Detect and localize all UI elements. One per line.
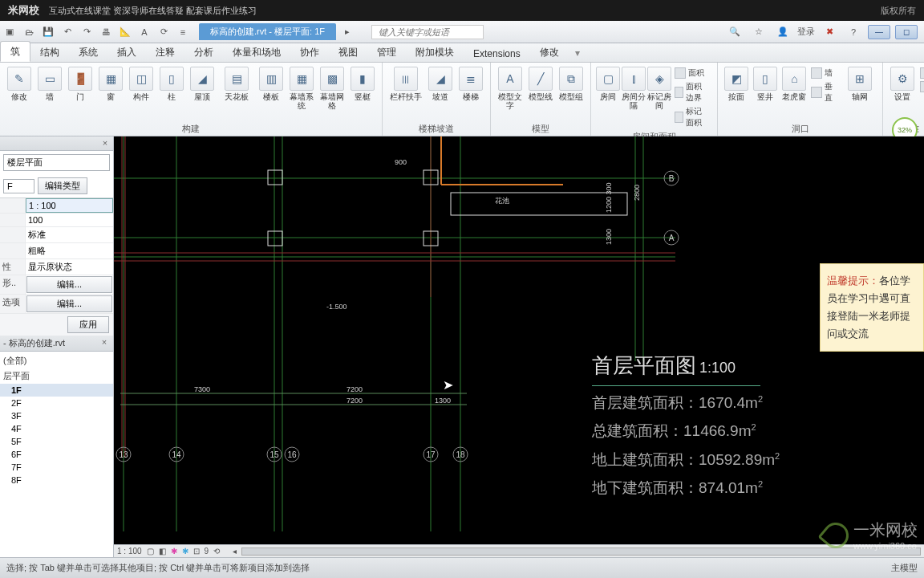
vc-icon[interactable]: 9 [205,547,209,556]
tab-analyze[interactable]: 分析 [184,43,223,62]
vc-icon[interactable]: ✱ [182,547,188,556]
panel-close-icon[interactable]: × [99,138,111,149]
open-icon[interactable]: 🗁 [21,24,37,40]
tab-structure[interactable]: 结构 [30,43,69,62]
tool-component[interactable]: ◫构件 [127,65,156,101]
close-x-icon[interactable]: ✖ [821,24,837,40]
mini-tag-area[interactable]: 标记 面积 [673,105,712,129]
mini-ref[interactable] [918,80,924,93]
tab-massing[interactable]: 体量和场地 [223,43,290,62]
document-tab[interactable]: 标高的创建.rvt - 楼层平面: 1F [199,23,336,40]
tool-window[interactable]: ▦窗 [96,65,125,101]
tool-shaft[interactable]: ▯竖井 [752,65,779,101]
tree-item-7f[interactable]: 7F [0,461,113,474]
mini-area-boundary[interactable]: 面积 边界 [673,80,712,104]
prop-edit-1[interactable]: 编辑... [26,276,112,293]
scroll-left-icon[interactable]: ◂ [233,547,237,556]
tree-item-6f[interactable]: 6F [0,448,113,461]
tool-dormer[interactable]: ⌂老虎窗 [780,65,808,101]
tool-roof[interactable]: ◢屋顶 [188,65,217,101]
search-input[interactable] [371,25,484,39]
prop-scale-val[interactable]: 100 [26,214,113,226]
tree-item-3f[interactable]: 3F [0,409,113,422]
minimize-button[interactable]: — [868,25,890,39]
tree-item-8f[interactable]: 8F [0,474,113,486]
tool-modify[interactable]: ✎修改 [5,65,34,101]
prop-edit-2[interactable]: 编辑... [26,295,112,312]
prop-rough[interactable]: 粗略 [26,243,113,258]
help-icon[interactable]: ? [845,24,861,40]
tool-settings[interactable]: ⚙设置 [888,65,917,101]
tab-annotate[interactable]: 注释 [146,43,184,62]
vc-icon[interactable]: ✱ [171,547,177,556]
tool-mullion[interactable]: ▮竖梃 [348,65,377,101]
project-browser[interactable]: (全部) 层平面 1F 2F 3F 4F 5F 6F 7F 8F [0,352,113,557]
tree-floor-plans[interactable]: 层平面 [0,368,113,384]
edit-type-button[interactable]: 编辑类型 [38,177,87,194]
mini-show[interactable] [918,67,924,79]
tree-item-5f[interactable]: 5F [0,435,113,448]
more-icon[interactable]: ≡ [175,24,191,40]
mini-vertical[interactable]: 垂直 [809,80,841,104]
mini-wall-opening[interactable]: 墙 [809,67,841,79]
tab-view[interactable]: 视图 [329,43,367,62]
hscrollbar[interactable] [241,547,921,556]
tool-ceiling[interactable]: ▤天花板 [218,65,255,101]
tool-byface[interactable]: ◩按面 [723,65,750,101]
prop-display[interactable]: 显示原状态 [26,259,113,275]
tool-floor[interactable]: ▥楼板 [257,65,286,101]
tool-ramp[interactable]: ◢坡道 [426,65,455,101]
tab-extensions[interactable]: Extensions [464,45,530,62]
tool-model-group[interactable]: ⧉模型组 [557,65,586,101]
drawing-canvas[interactable]: 7300 7200 7200 1300 900 2800 1200 300 13… [114,136,924,544]
user-icon[interactable]: 👤 [775,24,791,40]
tree-item-2f[interactable]: 2F [0,397,113,409]
tree-group-all[interactable]: (全部) [0,353,113,368]
prop-scale[interactable]: 1 : 100 [26,198,113,213]
tool-stair[interactable]: ≣楼梯 [456,65,485,101]
vc-icon[interactable]: ◧ [159,547,166,556]
login-link[interactable]: 登录 [797,26,815,38]
tree-item-4f[interactable]: 4F [0,422,113,435]
tab-architecture[interactable]: 筑 [0,41,30,62]
current-view-select[interactable]: F [3,179,34,193]
tab-systems[interactable]: 系统 [69,43,107,62]
tool-model-line[interactable]: ╱模型线 [526,65,555,101]
view-type-select[interactable]: 楼层平面 [3,154,110,171]
tool-room[interactable]: ▢房间 [596,65,620,101]
tab-manage[interactable]: 管理 [367,43,406,62]
vc-icon[interactable]: ⊡ [193,547,200,556]
sync-icon[interactable]: ⟳ [156,24,172,40]
text-icon[interactable]: A [136,24,152,40]
tool-door[interactable]: 🚪门 [66,65,95,101]
tool-curtain-grid[interactable]: ▩幕墙网格 [318,65,346,110]
tab-overflow-icon[interactable]: ▾ [569,44,586,62]
tool-grid[interactable]: ⊞轴网 [842,65,877,101]
tool-tag-room[interactable]: ◈标记房间 [647,65,671,110]
tool-curtain-system[interactable]: ▦幕墙系统 [287,65,316,110]
apply-button[interactable]: 应用 [67,316,109,333]
tab-collaborate[interactable]: 协作 [290,43,329,62]
tool-wall[interactable]: ▭墙 [35,65,64,101]
tab-addins[interactable]: 附加模块 [406,43,464,62]
measure-icon[interactable]: 📐 [117,24,133,40]
tab-modify[interactable]: 修改 [530,43,569,62]
tool-railing[interactable]: ⫼栏杆扶手 [387,65,424,101]
undo-icon[interactable]: ↶ [59,24,75,40]
browser-close-icon[interactable]: × [99,337,110,348]
star-icon[interactable]: ☆ [751,24,767,40]
tool-model-text[interactable]: A模型文字 [496,65,525,110]
tool-room-sep[interactable]: ⫿房间分隔 [622,65,646,110]
print-icon[interactable]: 🖶 [98,24,114,40]
tree-item-1f[interactable]: 1F [0,384,113,397]
model-label[interactable]: 主模型 [891,562,918,574]
prop-detail[interactable]: 标准 [26,227,113,242]
save-icon[interactable]: 💾 [40,24,56,40]
scale-display[interactable]: 1 : 100 [117,547,142,556]
vc-icon[interactable]: ▢ [147,547,154,556]
maximize-button[interactable]: ◻ [895,25,918,39]
vc-icon[interactable]: ⟲ [213,547,220,556]
binoculars-icon[interactable]: 🔍 [727,24,743,40]
tool-column[interactable]: ▯柱 [157,65,186,101]
tab-insert[interactable]: 插入 [107,43,146,62]
